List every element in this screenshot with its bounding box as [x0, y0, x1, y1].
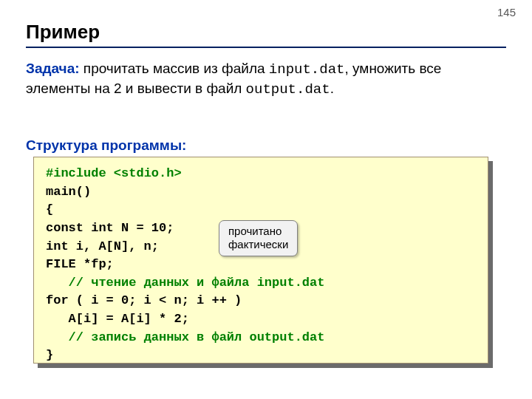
- code-indent: [46, 330, 69, 344]
- code-include: #include: [46, 166, 114, 180]
- code-block: #include <stdio.h> main() { const int N …: [33, 157, 488, 364]
- code-comment: // чтение данных и файла input.dat: [69, 276, 325, 290]
- code-indent: [46, 276, 69, 290]
- code-line: for ( i = 0; i < n; i ++ ): [46, 293, 242, 307]
- code-comment: // запись данных в файл output.dat: [69, 330, 325, 344]
- code-line: {: [46, 202, 53, 216]
- callout-line-1: прочитано: [228, 225, 282, 237]
- callout-annotation: прочитано фактически: [219, 220, 298, 256]
- file-name-input: input.dat: [269, 61, 345, 78]
- structure-label: Структура программы:: [26, 137, 186, 154]
- code-line: A[i] = A[i] * 2;: [46, 312, 189, 326]
- code-line: main(): [46, 185, 91, 199]
- code-line: int i, A[N], n;: [46, 239, 159, 253]
- title-block: Пример: [26, 21, 506, 48]
- page-title: Пример: [26, 21, 506, 44]
- code-line: FILE *fp;: [46, 257, 114, 271]
- callout-line-2: фактически: [228, 238, 288, 250]
- file-name-output: output.dat: [246, 81, 330, 98]
- code-include-header: <stdio.h>: [114, 166, 182, 180]
- code-line: }: [46, 348, 53, 362]
- page-number: 145: [497, 6, 516, 18]
- task-label: Задача:: [26, 61, 80, 76]
- task-text: Задача: прочитать массив из файла input.…: [26, 59, 506, 99]
- task-part-3: .: [330, 81, 334, 96]
- title-divider: [26, 47, 506, 48]
- task-part-1: прочитать массив из файла: [80, 61, 269, 76]
- code-line: const int N = 10;: [46, 221, 174, 235]
